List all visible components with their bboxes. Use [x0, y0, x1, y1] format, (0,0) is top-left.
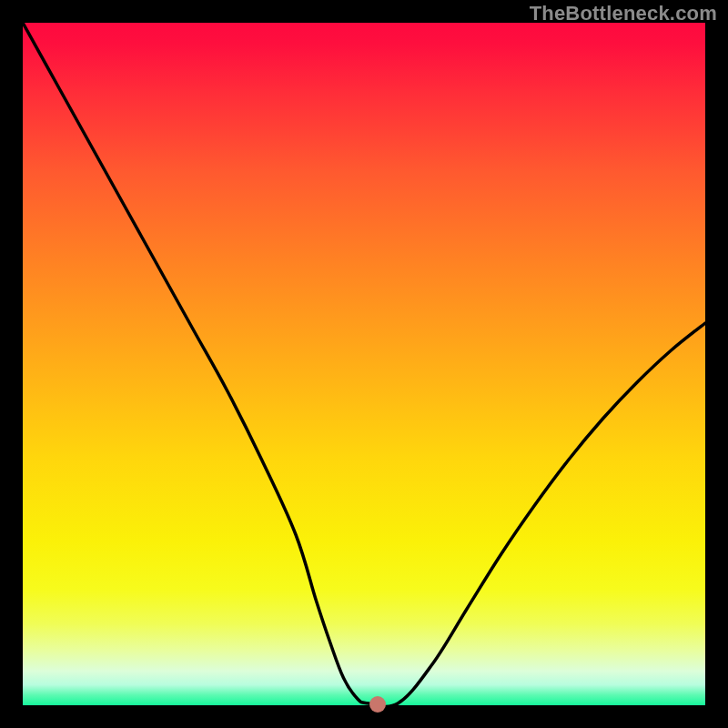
chart-frame: TheBottleneck.com	[0, 0, 728, 728]
bottleneck-curve-path	[23, 23, 705, 705]
curve-svg	[23, 23, 705, 705]
plot-area	[23, 23, 705, 705]
minimum-point-dot	[369, 696, 386, 713]
